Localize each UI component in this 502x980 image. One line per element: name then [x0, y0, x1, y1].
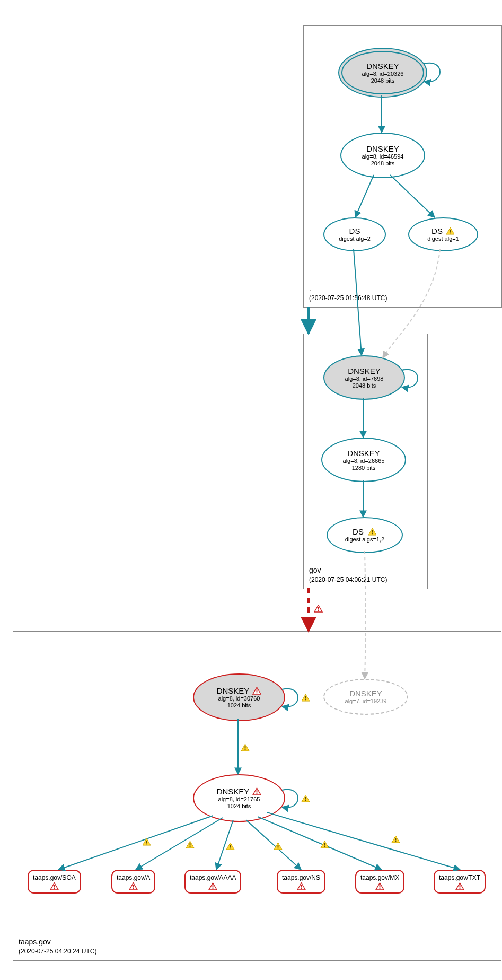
node-title: DNSKEY [217, 686, 250, 695]
rr-label: taaps.gov/MX [360, 874, 399, 881]
rr-ns: taaps.gov/NS [277, 870, 325, 894]
node-title: DS [349, 226, 360, 235]
node-sub2: 2048 bits [353, 382, 376, 389]
rr-label: taaps.gov/A [117, 874, 150, 881]
node-sub1: alg=8, id=26665 [343, 458, 385, 465]
zone-root-name: . [309, 284, 387, 294]
error-icon [297, 882, 306, 890]
node-sub1: alg=7, id=19239 [345, 698, 387, 705]
node-sub2: 2048 bits [371, 77, 395, 84]
node-sub1: alg=8, id=46594 [362, 153, 404, 160]
node-sub1: alg=8, id=20326 [362, 71, 404, 77]
node-taaps-zsk: DNSKEY alg=8, id=21765 1024 bits [193, 774, 285, 822]
node-taaps-ext: DNSKEY alg=7, id=19239 [323, 679, 408, 715]
node-sub2: 2048 bits [371, 160, 395, 167]
error-icon [455, 882, 464, 890]
error-icon [129, 882, 138, 890]
rr-label: taaps.gov/NS [282, 874, 320, 881]
node-sub2: 1024 bits [227, 803, 251, 810]
rr-label: taaps.gov/SOA [33, 874, 76, 881]
warning-icon [391, 835, 400, 843]
zone-taaps-name: taaps.gov [19, 937, 96, 948]
rr-aaaa: taaps.gov/AAAA [184, 870, 241, 894]
rr-a: taaps.gov/A [111, 870, 155, 894]
node-sub1: digest alg=1 [427, 235, 459, 242]
zone-taaps-ts: (2020-07-25 04:20:24 UTC) [19, 947, 96, 956]
node-sub1: alg=8, id=7698 [345, 375, 384, 382]
node-title: DS [353, 527, 364, 536]
warning-icon [368, 528, 377, 536]
warning-icon [301, 694, 310, 702]
error-icon [252, 687, 261, 695]
node-gov-ds: DS digest algs=1,2 [327, 517, 403, 553]
node-title: DNSKEY [366, 144, 399, 153]
rr-label: taaps.gov/AAAA [190, 874, 236, 881]
node-taaps-ksk: DNSKEY alg=8, id=30760 1024 bits [193, 673, 285, 721]
node-root-ksk: DNSKEY alg=8, id=20326 2048 bits [338, 48, 427, 98]
node-sub1: alg=8, id=21765 [218, 796, 260, 803]
warning-icon [274, 842, 283, 850]
error-icon [314, 605, 323, 612]
warning-icon [186, 841, 195, 848]
zone-gov-name: gov [309, 565, 387, 576]
node-title: DNSKEY [366, 62, 399, 71]
warning-icon [446, 227, 455, 235]
node-gov-zsk: DNSKEY alg=8, id=26665 1280 bits [321, 438, 406, 482]
node-sub1: digest alg=2 [339, 235, 371, 242]
node-title: DNSKEY [349, 689, 382, 698]
node-sub1: digest algs=1,2 [345, 536, 384, 543]
node-title: DNSKEY [347, 449, 380, 458]
zone-root-label: . (2020-07-25 01:56:48 UTC) [309, 284, 387, 303]
node-title: DS [431, 226, 443, 235]
rr-txt: taaps.gov/TXT [434, 870, 486, 894]
rr-soa: taaps.gov/SOA [28, 870, 81, 894]
zone-gov-label: gov (2020-07-25 04:06:21 UTC) [309, 565, 387, 584]
node-sub2: 1280 bits [352, 465, 376, 471]
node-sub1: alg=8, id=30760 [218, 695, 260, 702]
node-gov-ksk: DNSKEY alg=8, id=7698 2048 bits [323, 355, 405, 400]
warning-icon [301, 794, 310, 802]
node-root-zsk: DNSKEY alg=8, id=46594 2048 bits [340, 133, 425, 178]
warning-icon [226, 842, 235, 850]
node-title: DNSKEY [348, 366, 381, 375]
node-sub2: 1024 bits [227, 702, 251, 709]
node-title: DNSKEY [217, 787, 250, 796]
error-icon [375, 882, 384, 890]
node-root-ds2: DS digest alg=1 [408, 217, 478, 251]
error-icon [50, 882, 59, 890]
warning-icon [142, 838, 151, 846]
warning-icon [241, 743, 250, 751]
zone-gov-ts: (2020-07-25 04:06:21 UTC) [309, 575, 387, 584]
error-icon [208, 882, 217, 890]
rr-label: taaps.gov/TXT [439, 874, 480, 881]
zone-root-ts: (2020-07-25 01:56:48 UTC) [309, 294, 387, 303]
warning-icon [320, 841, 329, 848]
error-icon [252, 788, 261, 795]
rr-mx: taaps.gov/MX [355, 870, 404, 894]
node-root-ds1: DS digest alg=2 [323, 217, 386, 251]
zone-taaps-label: taaps.gov (2020-07-25 04:20:24 UTC) [19, 937, 96, 956]
